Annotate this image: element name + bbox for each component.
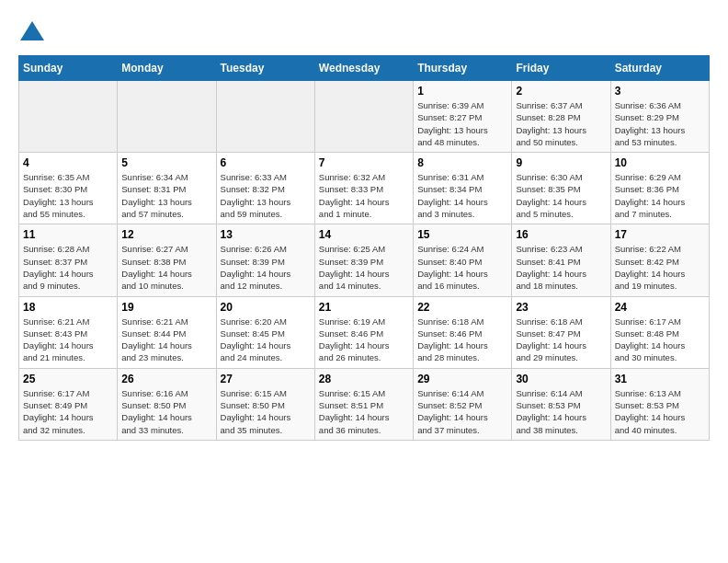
day-number: 23 [516, 301, 606, 314]
day-number: 8 [417, 156, 507, 169]
day-number: 6 [221, 156, 311, 169]
calendar-cell: 30Sunrise: 6:14 AM Sunset: 8:53 PM Dayli… [512, 368, 610, 440]
calendar-cell [314, 81, 413, 153]
day-info: Sunrise: 6:30 AM Sunset: 8:35 PM Dayligh… [516, 171, 606, 220]
calendar-cell: 10Sunrise: 6:29 AM Sunset: 8:36 PM Dayli… [610, 153, 709, 224]
day-number: 16 [516, 228, 606, 241]
page-header [18, 18, 710, 46]
day-number: 21 [319, 301, 409, 314]
day-info: Sunrise: 6:35 AM Sunset: 8:30 PM Dayligh… [23, 171, 113, 220]
day-info: Sunrise: 6:32 AM Sunset: 8:33 PM Dayligh… [319, 171, 409, 220]
day-number: 27 [221, 373, 311, 385]
calendar-cell: 8Sunrise: 6:31 AM Sunset: 8:34 PM Daylig… [414, 153, 512, 224]
day-number: 5 [121, 156, 211, 169]
calendar-cell: 9Sunrise: 6:30 AM Sunset: 8:35 PM Daylig… [512, 153, 610, 224]
calendar-cell: 3Sunrise: 6:36 AM Sunset: 8:29 PM Daylig… [610, 81, 709, 153]
day-number: 13 [221, 228, 311, 241]
weekday-header-tuesday: Tuesday [216, 56, 314, 81]
day-number: 10 [615, 156, 705, 169]
calendar-cell: 16Sunrise: 6:23 AM Sunset: 8:41 PM Dayli… [512, 224, 610, 296]
day-info: Sunrise: 6:33 AM Sunset: 8:32 PM Dayligh… [221, 171, 311, 220]
calendar-cell: 27Sunrise: 6:15 AM Sunset: 8:50 PM Dayli… [216, 368, 314, 440]
day-info: Sunrise: 6:17 AM Sunset: 8:48 PM Dayligh… [615, 316, 705, 364]
day-info: Sunrise: 6:13 AM Sunset: 8:53 PM Dayligh… [615, 387, 705, 436]
day-info: Sunrise: 6:18 AM Sunset: 8:47 PM Dayligh… [516, 316, 606, 364]
calendar-body: 1Sunrise: 6:39 AM Sunset: 8:27 PM Daylig… [19, 81, 710, 441]
calendar-cell: 11Sunrise: 6:28 AM Sunset: 8:37 PM Dayli… [19, 224, 118, 296]
calendar-cell: 4Sunrise: 6:35 AM Sunset: 8:30 PM Daylig… [19, 153, 118, 224]
day-number: 18 [23, 301, 113, 314]
calendar-cell [118, 81, 216, 153]
day-number: 11 [23, 228, 113, 241]
calendar-cell: 6Sunrise: 6:33 AM Sunset: 8:32 PM Daylig… [216, 153, 314, 224]
day-number: 24 [615, 301, 705, 314]
logo [18, 18, 50, 46]
day-number: 31 [615, 373, 705, 385]
calendar-cell: 15Sunrise: 6:24 AM Sunset: 8:40 PM Dayli… [414, 224, 512, 296]
calendar-cell: 26Sunrise: 6:16 AM Sunset: 8:50 PM Dayli… [118, 368, 216, 440]
calendar-cell: 18Sunrise: 6:21 AM Sunset: 8:43 PM Dayli… [19, 296, 118, 368]
day-info: Sunrise: 6:34 AM Sunset: 8:31 PM Dayligh… [121, 171, 211, 220]
weekday-header-row: SundayMondayTuesdayWednesdayThursdayFrid… [19, 56, 710, 81]
day-info: Sunrise: 6:26 AM Sunset: 8:39 PM Dayligh… [221, 243, 311, 292]
day-info: Sunrise: 6:14 AM Sunset: 8:53 PM Dayligh… [516, 387, 606, 436]
day-number: 20 [221, 301, 311, 314]
day-info: Sunrise: 6:21 AM Sunset: 8:44 PM Dayligh… [121, 316, 211, 364]
logo-icon [18, 18, 46, 46]
calendar-cell: 29Sunrise: 6:14 AM Sunset: 8:52 PM Dayli… [414, 368, 512, 440]
calendar-cell: 22Sunrise: 6:18 AM Sunset: 8:46 PM Dayli… [414, 296, 512, 368]
day-info: Sunrise: 6:15 AM Sunset: 8:50 PM Dayligh… [221, 387, 311, 436]
calendar-cell [19, 81, 118, 153]
day-info: Sunrise: 6:23 AM Sunset: 8:41 PM Dayligh… [516, 243, 606, 292]
day-info: Sunrise: 6:14 AM Sunset: 8:52 PM Dayligh… [417, 387, 507, 436]
calendar-cell: 28Sunrise: 6:15 AM Sunset: 8:51 PM Dayli… [314, 368, 413, 440]
day-info: Sunrise: 6:16 AM Sunset: 8:50 PM Dayligh… [121, 387, 211, 436]
day-number: 14 [319, 228, 409, 241]
day-number: 30 [516, 373, 606, 385]
day-number: 22 [417, 301, 507, 314]
day-info: Sunrise: 6:17 AM Sunset: 8:49 PM Dayligh… [23, 387, 113, 436]
calendar-week-row: 25Sunrise: 6:17 AM Sunset: 8:49 PM Dayli… [19, 368, 710, 440]
day-number: 15 [417, 228, 507, 241]
day-info: Sunrise: 6:15 AM Sunset: 8:51 PM Dayligh… [319, 387, 409, 436]
day-number: 2 [516, 85, 606, 98]
calendar-header: SundayMondayTuesdayWednesdayThursdayFrid… [19, 56, 710, 81]
weekday-header-thursday: Thursday [414, 56, 512, 81]
day-info: Sunrise: 6:18 AM Sunset: 8:46 PM Dayligh… [417, 316, 507, 364]
calendar-cell: 19Sunrise: 6:21 AM Sunset: 8:44 PM Dayli… [118, 296, 216, 368]
day-info: Sunrise: 6:36 AM Sunset: 8:29 PM Dayligh… [615, 99, 705, 148]
calendar-cell: 12Sunrise: 6:27 AM Sunset: 8:38 PM Dayli… [118, 224, 216, 296]
day-number: 3 [615, 85, 705, 98]
day-number: 12 [121, 228, 211, 241]
calendar-cell: 23Sunrise: 6:18 AM Sunset: 8:47 PM Dayli… [512, 296, 610, 368]
calendar-week-row: 4Sunrise: 6:35 AM Sunset: 8:30 PM Daylig… [19, 153, 710, 224]
calendar-cell: 21Sunrise: 6:19 AM Sunset: 8:46 PM Dayli… [314, 296, 413, 368]
day-number: 19 [121, 301, 211, 314]
calendar-cell: 20Sunrise: 6:20 AM Sunset: 8:45 PM Dayli… [216, 296, 314, 368]
svg-marker-0 [20, 21, 44, 40]
day-number: 9 [516, 156, 606, 169]
calendar-week-row: 1Sunrise: 6:39 AM Sunset: 8:27 PM Daylig… [19, 81, 710, 153]
day-info: Sunrise: 6:28 AM Sunset: 8:37 PM Dayligh… [23, 243, 113, 292]
calendar-cell: 14Sunrise: 6:25 AM Sunset: 8:39 PM Dayli… [314, 224, 413, 296]
day-number: 7 [319, 156, 409, 169]
calendar-table: SundayMondayTuesdayWednesdayThursdayFrid… [18, 55, 710, 441]
day-info: Sunrise: 6:29 AM Sunset: 8:36 PM Dayligh… [615, 171, 705, 220]
day-number: 4 [23, 156, 113, 169]
day-info: Sunrise: 6:25 AM Sunset: 8:39 PM Dayligh… [319, 243, 409, 292]
calendar-cell: 17Sunrise: 6:22 AM Sunset: 8:42 PM Dayli… [610, 224, 709, 296]
weekday-header-monday: Monday [118, 56, 216, 81]
day-info: Sunrise: 6:22 AM Sunset: 8:42 PM Dayligh… [615, 243, 705, 292]
calendar-cell: 1Sunrise: 6:39 AM Sunset: 8:27 PM Daylig… [414, 81, 512, 153]
day-number: 26 [121, 373, 211, 385]
day-number: 25 [23, 373, 113, 385]
calendar-cell: 24Sunrise: 6:17 AM Sunset: 8:48 PM Dayli… [610, 296, 709, 368]
calendar-cell: 2Sunrise: 6:37 AM Sunset: 8:28 PM Daylig… [512, 81, 610, 153]
calendar-cell: 5Sunrise: 6:34 AM Sunset: 8:31 PM Daylig… [118, 153, 216, 224]
calendar-cell [216, 81, 314, 153]
day-number: 28 [319, 373, 409, 385]
day-info: Sunrise: 6:21 AM Sunset: 8:43 PM Dayligh… [23, 316, 113, 364]
day-number: 17 [615, 228, 705, 241]
weekday-header-friday: Friday [512, 56, 610, 81]
day-number: 29 [417, 373, 507, 385]
